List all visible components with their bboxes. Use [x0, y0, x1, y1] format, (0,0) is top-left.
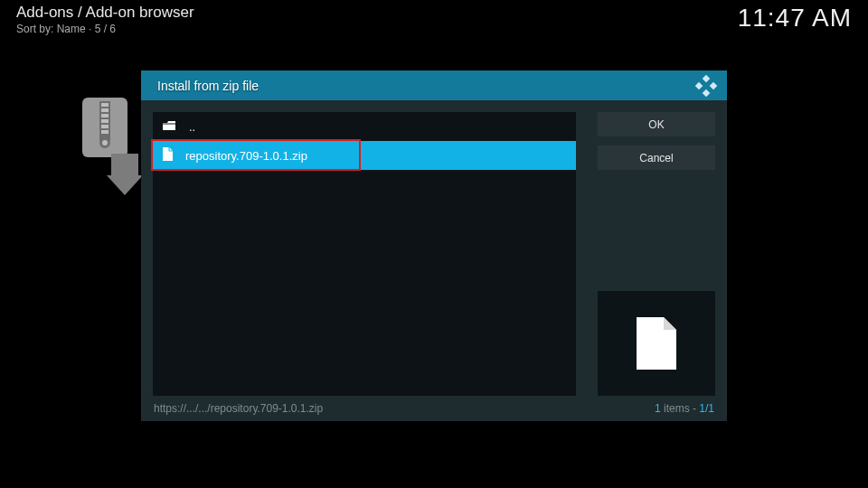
- footer-path: https://.../.../repository.709-1.0.1.zip: [154, 402, 323, 415]
- svg-rect-13: [703, 89, 710, 96]
- count-page: 1/1: [699, 402, 714, 415]
- svg-rect-7: [101, 130, 108, 134]
- dialog-body: .. repository.709-1.0.1.zip OK Cancel: [141, 100, 727, 396]
- ok-button[interactable]: OK: [598, 112, 715, 136]
- list-item-zip[interactable]: repository.709-1.0.1.zip: [153, 141, 576, 170]
- svg-rect-12: [710, 81, 717, 89]
- folder-up-icon: [162, 120, 176, 134]
- svg-rect-5: [101, 119, 108, 123]
- breadcrumb: Add-ons / Add-on browser: [16, 4, 194, 22]
- list-item-parent[interactable]: ..: [153, 112, 576, 141]
- dialog-title: Install from zip file: [157, 79, 259, 93]
- svg-rect-4: [101, 114, 108, 117]
- dialog-side-panel: OK Cancel: [598, 112, 715, 396]
- dialog-footer: https://.../.../repository.709-1.0.1.zip…: [141, 396, 727, 421]
- svg-rect-3: [101, 108, 108, 112]
- svg-point-9: [102, 140, 108, 145]
- install-zip-dialog: Install from zip file ..: [141, 70, 727, 421]
- count-number: 1: [655, 402, 661, 415]
- top-header: Add-ons / Add-on browser Sort by: Name ·…: [16, 4, 852, 35]
- file-icon: [162, 147, 173, 164]
- cancel-button[interactable]: Cancel: [598, 145, 715, 170]
- dialog-titlebar: Install from zip file: [141, 70, 727, 100]
- svg-rect-6: [101, 125, 108, 128]
- list-item-label: repository.709-1.0.1.zip: [185, 149, 307, 163]
- file-preview-thumbnail: [598, 291, 715, 396]
- file-list[interactable]: .. repository.709-1.0.1.zip: [153, 112, 576, 396]
- kodi-logo-icon: [694, 74, 718, 98]
- sort-indicator: Sort by: Name · 5 / 6: [16, 23, 194, 35]
- header-left: Add-ons / Add-on browser Sort by: Name ·…: [16, 4, 194, 35]
- list-item-label: ..: [189, 120, 195, 134]
- svg-rect-10: [703, 74, 710, 81]
- count-word: items -: [661, 402, 700, 415]
- zip-download-icon: [80, 98, 143, 195]
- footer-item-count: 1 items - 1/1: [655, 402, 714, 415]
- svg-rect-2: [101, 103, 108, 107]
- svg-rect-11: [695, 81, 703, 89]
- clock-label: 11:47 AM: [738, 4, 852, 33]
